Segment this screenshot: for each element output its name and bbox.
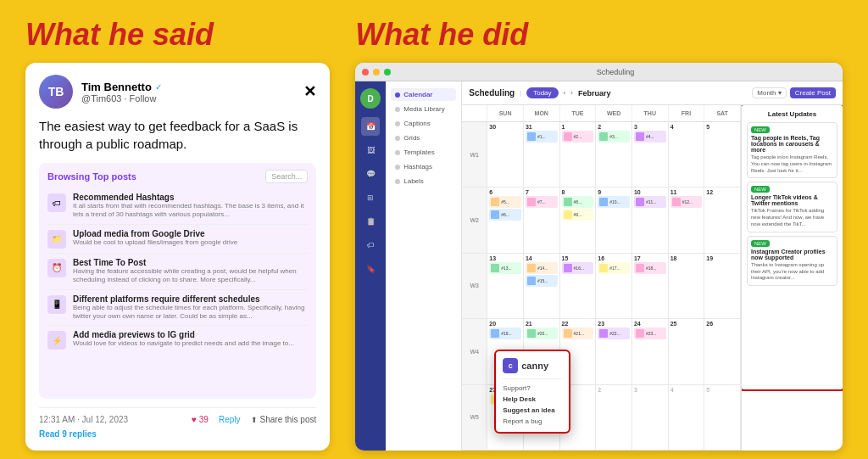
- cal-header-sun: SUN: [487, 105, 524, 121]
- window-maximize-btn[interactable]: [384, 69, 391, 76]
- right-panel: What he did Scheduling D 📅 🖼 💬 ⊞ 📋: [355, 17, 843, 451]
- cal-day-3[interactable]: 3 #4...: [632, 122, 669, 188]
- cal-day-10[interactable]: 10 #11...: [632, 188, 669, 253]
- cal-day-9[interactable]: 9 #10...: [596, 188, 632, 253]
- cal-post-23: #23...: [634, 327, 666, 339]
- window-title: Scheduling: [395, 68, 836, 76]
- cal-day-25[interactable]: 25: [669, 319, 705, 384]
- toolbar-title: Scheduling: [469, 88, 515, 98]
- tweet-user-info: Tim Bennetto ✓ @Tim603 · Follow: [81, 81, 303, 104]
- cal-day-26[interactable]: 26: [704, 319, 741, 384]
- cal-day-3-next[interactable]: 3: [632, 385, 669, 451]
- cal-day-13[interactable]: 13 #13...: [487, 254, 524, 319]
- update-item-3: NEW Instagram Creator profiles now suppo…: [747, 236, 837, 286]
- nav-item-captions[interactable]: Captions: [391, 117, 456, 130]
- cal-day-17[interactable]: 17 #18...: [632, 254, 669, 319]
- window-minimize-btn[interactable]: [373, 69, 380, 76]
- canny-menu-report[interactable]: Report a bug: [503, 416, 562, 427]
- cal-post-21: #21...: [562, 327, 594, 339]
- roadmap-item-content-2: Upload media from Google Drive Would be …: [73, 229, 237, 247]
- roadmap-item-title-4: Different platforms require different sc…: [73, 294, 308, 304]
- cal-day-16[interactable]: 16 #17...: [596, 254, 632, 319]
- cal-day-4-next[interactable]: 4: [669, 385, 705, 451]
- cal-post-12: #12...: [670, 196, 703, 208]
- reply-action[interactable]: Reply: [219, 415, 241, 424]
- cal-post-11: #11...: [634, 196, 666, 208]
- cal-day-15[interactable]: 15 #16...: [560, 254, 597, 319]
- roadmap-label: Browsing Top posts: [47, 171, 136, 182]
- cal-day-18[interactable]: 18: [669, 254, 705, 319]
- nav-item-media[interactable]: Media Library: [391, 103, 456, 115]
- cal-day-23[interactable]: 23 #22...: [596, 319, 632, 384]
- cal-post-6: #6...: [489, 209, 521, 221]
- cal-day-11[interactable]: 11 #12...: [669, 188, 705, 253]
- roadmap-item-4: 📱 Different platforms require different …: [47, 290, 308, 327]
- nav-item-labels[interactable]: Labels: [391, 175, 456, 188]
- cal-day-6[interactable]: 6 #5... #6...: [487, 188, 524, 253]
- week-label-2: W2: [462, 188, 487, 253]
- roadmap-item-5: ⚡ Add media previews to IG grid Would lo…: [47, 326, 308, 354]
- update-badge-2: NEW: [751, 186, 770, 193]
- sidebar-icon-templates[interactable]: 📋: [361, 212, 380, 231]
- cal-day-5[interactable]: 5: [704, 122, 741, 188]
- cal-post-7: #7...: [526, 196, 558, 208]
- prev-month-btn[interactable]: ‹: [564, 89, 566, 97]
- roadmap-item-1: 🏷 Recommended Hashtags It all starts fro…: [47, 188, 308, 225]
- cal-day-8[interactable]: 8 #8... #9...: [560, 188, 597, 253]
- update-text-2: TikTok Frames for TikTok adding new feat…: [751, 208, 833, 227]
- update-title-2: Longer TikTok videos & Twitter mentions: [751, 194, 833, 206]
- update-title-1: Tag people in Reels, Tag locations in ca…: [751, 135, 833, 153]
- share-action[interactable]: ⬆ Share this post: [251, 415, 317, 424]
- cal-day-5-next[interactable]: 5: [704, 385, 741, 451]
- toolbar-actions: Month ▾ Create Post: [752, 87, 836, 98]
- cal-day-7[interactable]: 7 #7...: [524, 188, 560, 253]
- cal-day-2[interactable]: 2 #3...: [596, 122, 632, 188]
- tweet-header: TB Tim Bennetto ✓ @Tim603 · Follow ✕: [39, 75, 316, 109]
- next-month-btn[interactable]: ›: [570, 89, 573, 97]
- cal-post-3: #3...: [598, 131, 630, 143]
- cal-post-19: #19...: [489, 327, 521, 339]
- cal-day-4[interactable]: 4: [669, 122, 705, 188]
- cal-day-1[interactable]: 1 #2...: [560, 122, 597, 188]
- roadmap-header: Browsing Top posts Search...: [47, 170, 308, 183]
- view-selector[interactable]: Month ▾: [752, 87, 786, 98]
- cal-day-30[interactable]: 30: [487, 122, 524, 188]
- sidebar-icon-calendar[interactable]: 📅: [361, 117, 380, 136]
- sidebar-icon-captions[interactable]: 💬: [361, 165, 380, 183]
- cal-day-2-next[interactable]: 2: [596, 385, 632, 451]
- canny-logo-row: c canny: [503, 358, 562, 373]
- like-action[interactable]: ♥ 39: [192, 415, 209, 424]
- sidebar-icon-hashtags[interactable]: 🏷: [361, 236, 380, 255]
- canny-menu-helpdesk[interactable]: Help Desk: [503, 394, 562, 405]
- cal-day-31[interactable]: 31 #1...: [524, 122, 560, 188]
- cal-day-24[interactable]: 24 #23...: [632, 319, 669, 384]
- window-bar: Scheduling: [355, 63, 843, 81]
- window-close-btn[interactable]: [362, 69, 369, 76]
- nav-item-grids[interactable]: Grids: [391, 132, 456, 144]
- sidebar-icon-labels[interactable]: 🔖: [361, 260, 380, 278]
- today-button[interactable]: Today: [526, 87, 558, 98]
- verified-icon: ✓: [155, 82, 162, 92]
- canny-divider: [503, 378, 562, 379]
- roadmap-item-title-2: Upload media from Google Drive: [73, 229, 237, 238]
- nav-item-hashtags[interactable]: Hashtags: [391, 160, 456, 173]
- cal-post-8: #8...: [562, 196, 594, 208]
- x-logo-icon: ✕: [303, 82, 316, 101]
- roadmap-item-icon-5: ⚡: [47, 331, 66, 350]
- cal-day-12[interactable]: 12: [704, 188, 741, 253]
- nav-item-templates[interactable]: Templates: [391, 146, 456, 159]
- sidebar-icon-grid[interactable]: ⊞: [361, 188, 380, 207]
- canny-menu-support[interactable]: Support?: [503, 383, 562, 394]
- roadmap-item-desc-5: Would love for videos to navigate to pre…: [73, 339, 294, 348]
- cal-day-14[interactable]: 14 #14... #15...: [524, 254, 560, 319]
- cal-post-5: #5...: [489, 196, 521, 208]
- sidebar-icon-media[interactable]: 🖼: [361, 141, 380, 160]
- create-post-btn[interactable]: Create Post: [790, 87, 836, 98]
- cal-post-10: #10...: [598, 196, 630, 208]
- roadmap-search[interactable]: Search...: [265, 170, 308, 183]
- tweet-replies-link[interactable]: Read 9 replies: [39, 429, 316, 439]
- canny-menu-suggest[interactable]: Suggest an idea: [503, 405, 562, 416]
- roadmap-item-desc-4: Being able to adjust the schedule times …: [73, 304, 308, 322]
- nav-item-calendar[interactable]: Calendar: [391, 88, 456, 101]
- cal-day-19[interactable]: 19: [704, 254, 741, 319]
